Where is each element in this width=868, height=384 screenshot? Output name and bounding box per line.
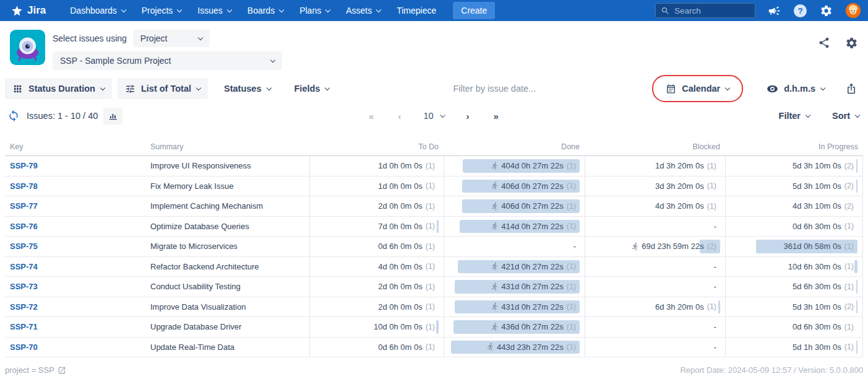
duration-text: 2d 0h 0m 0s(1) bbox=[378, 302, 439, 312]
status-count: (2) bbox=[844, 202, 854, 211]
status-count: (1) bbox=[707, 181, 716, 190]
page-size-dropdown[interactable]: 10 bbox=[413, 110, 454, 122]
status-count: (1) bbox=[844, 323, 854, 331]
sort-dropdown[interactable]: Sort bbox=[832, 111, 859, 121]
table-row: SSP-76Optimize Database Queries7d 0h 0m … bbox=[5, 217, 863, 237]
nav-item-boards[interactable]: Boards bbox=[239, 0, 291, 21]
issue-key-link[interactable]: SSP-77 bbox=[10, 201, 38, 211]
nav-item-plans[interactable]: Plans bbox=[291, 0, 338, 21]
avatar[interactable] bbox=[846, 3, 861, 18]
list-mode-dropdown[interactable]: List of Total bbox=[118, 78, 208, 99]
summary-cell: Upgrade Database Driver bbox=[145, 317, 309, 337]
duration-cell-done: 414d 0h 27m 22s(1) bbox=[444, 217, 585, 237]
status-count: (1) bbox=[567, 302, 576, 311]
duration-cell-todo: 2d 0h 0m 0s(1) bbox=[309, 196, 444, 216]
issue-source-value: Project bbox=[140, 33, 168, 43]
duration-cell-inprogress: 10d 6h 30m 0s(1) bbox=[725, 257, 863, 277]
key-cell: SSP-71 bbox=[5, 317, 145, 337]
refresh-icon[interactable] bbox=[7, 110, 20, 122]
search-input[interactable]: Search bbox=[655, 3, 755, 18]
duration-text: 1d 0h 0m 0s(1) bbox=[378, 181, 439, 191]
calendar-dropdown[interactable]: Calendar bbox=[658, 78, 737, 99]
table-row: SSP-75Migrate to Microservices0d 6h 0m 0… bbox=[5, 237, 863, 257]
duration-text: 436d 0h 27m 22s(1) bbox=[491, 322, 580, 331]
chevron-down-icon bbox=[325, 85, 330, 90]
chevron-down-icon bbox=[325, 7, 330, 12]
issue-key-link[interactable]: SSP-73 bbox=[10, 282, 38, 291]
report-type-dropdown[interactable]: Status Duration bbox=[5, 78, 112, 99]
chart-view-button[interactable] bbox=[103, 108, 122, 124]
nav-gear-icon[interactable] bbox=[820, 4, 833, 17]
issue-key-link[interactable]: SSP-71 bbox=[10, 322, 38, 331]
summary-cell: Optimize Database Queries bbox=[145, 217, 309, 237]
status-count: (1) bbox=[426, 222, 435, 230]
export-button[interactable] bbox=[843, 81, 859, 97]
status-count: (1) bbox=[567, 282, 576, 291]
issue-key-link[interactable]: SSP-75 bbox=[10, 242, 38, 251]
status-count: (1) bbox=[426, 343, 435, 351]
issue-date-filter-input[interactable]: Filter by issue date... bbox=[337, 84, 652, 94]
status-count: (1) bbox=[426, 302, 435, 311]
pagination-next-button[interactable]: › bbox=[455, 110, 482, 123]
settings-gear-icon[interactable] bbox=[845, 37, 858, 50]
duration-text: 2d 0h 0m 0s(1) bbox=[378, 282, 439, 291]
key-cell: SSP-75 bbox=[5, 237, 145, 256]
chevron-down-icon bbox=[270, 57, 275, 62]
status-count: (1) bbox=[426, 323, 435, 331]
project-dropdown[interactable]: SSP - Sample Scrum Project bbox=[53, 51, 282, 70]
megaphone-icon[interactable] bbox=[768, 4, 781, 17]
nav-item-timepiece[interactable]: Timepiece bbox=[389, 0, 444, 21]
statuses-dropdown[interactable]: Statuses bbox=[217, 78, 278, 99]
duration-text: 431d 0h 27m 22s(1) bbox=[491, 302, 580, 312]
nav-item-dashboards[interactable]: Dashboards bbox=[62, 0, 134, 21]
nav-item-issues[interactable]: Issues bbox=[189, 0, 239, 21]
external-link-icon[interactable] bbox=[58, 366, 66, 375]
time-units-label: d.h.m.s bbox=[784, 84, 815, 94]
issue-source-dropdown[interactable]: Project bbox=[133, 30, 210, 47]
help-icon[interactable]: ? bbox=[794, 4, 807, 17]
nav-item-label: Timepiece bbox=[397, 6, 436, 15]
table-row: SSP-70Update Real-Time Data0d 6h 0m 0s(1… bbox=[5, 338, 863, 358]
status-count: (1) bbox=[567, 202, 576, 211]
fields-dropdown[interactable]: Fields bbox=[287, 78, 337, 99]
duration-cell-todo: 7d 0h 0m 0s(1) bbox=[309, 217, 444, 237]
summary-cell: Fix Memory Leak Issue bbox=[145, 177, 309, 196]
duration-text: 421d 0h 27m 22s(1) bbox=[491, 262, 580, 271]
issue-key-link[interactable]: SSP-79 bbox=[10, 161, 38, 170]
key-cell: SSP-74 bbox=[5, 257, 145, 277]
create-button[interactable]: Create bbox=[453, 2, 495, 19]
duration-cell-inprogress: 5d 3h 10m 0s(2) bbox=[725, 177, 863, 196]
select-issues-label: Select issues using bbox=[53, 33, 127, 43]
status-count: (1) bbox=[844, 343, 854, 351]
issue-key-link[interactable]: SSP-78 bbox=[10, 181, 38, 191]
duration-text: 404d 0h 27m 22s(1) bbox=[491, 161, 580, 170]
time-units-dropdown[interactable]: d.h.m.s bbox=[759, 78, 832, 99]
key-cell: SSP-73 bbox=[5, 277, 145, 297]
table-row: SSP-73Conduct Usability Testing2d 0h 0m … bbox=[5, 277, 863, 297]
issue-key-link[interactable]: SSP-74 bbox=[10, 262, 38, 271]
table-row: SSP-78Fix Memory Leak Issue1d 0h 0m 0s(1… bbox=[5, 177, 863, 197]
issues-bar: Issues: 1 - 10 / 40 « ‹ 10 › » Filter So… bbox=[0, 102, 868, 130]
pagination: « ‹ 10 › » bbox=[357, 110, 511, 123]
duration-cell-done: 406d 0h 27m 22s(1) bbox=[444, 177, 585, 196]
list-mode-label: List of Total bbox=[141, 84, 191, 94]
pagination-first-button[interactable]: « bbox=[357, 110, 386, 123]
issue-key-link[interactable]: SSP-70 bbox=[10, 343, 38, 352]
jira-logo[interactable]: Jira bbox=[11, 4, 46, 17]
issue-key-link[interactable]: SSP-76 bbox=[10, 222, 38, 231]
share-icon[interactable] bbox=[818, 37, 830, 49]
report-type-label: Status Duration bbox=[28, 84, 95, 94]
duration-cell-blocked: 3d 3h 20m 0s(1) bbox=[585, 177, 725, 196]
issue-key-link[interactable]: SSP-72 bbox=[10, 302, 38, 312]
pagination-prev-button[interactable]: ‹ bbox=[386, 110, 413, 123]
table-row: SSP-79Improve UI Responsiveness1d 0h 0m … bbox=[5, 156, 863, 177]
pagination-last-button[interactable]: » bbox=[482, 110, 511, 123]
duration-text: 5d 1h 30m 0s(1) bbox=[793, 343, 857, 352]
nav-item-assets[interactable]: Assets bbox=[338, 0, 389, 21]
filter-dropdown[interactable]: Filter bbox=[779, 111, 810, 121]
nav-item-projects[interactable]: Projects bbox=[134, 0, 190, 21]
table-row: SSP-77Implement Caching Mechanism2d 0h 0… bbox=[5, 196, 863, 217]
duration-cell-blocked: 4d 3h 20m 0s(1) bbox=[585, 196, 725, 216]
issue-summary: Conduct Usability Testing bbox=[150, 282, 241, 291]
chevron-down-icon bbox=[806, 112, 810, 117]
